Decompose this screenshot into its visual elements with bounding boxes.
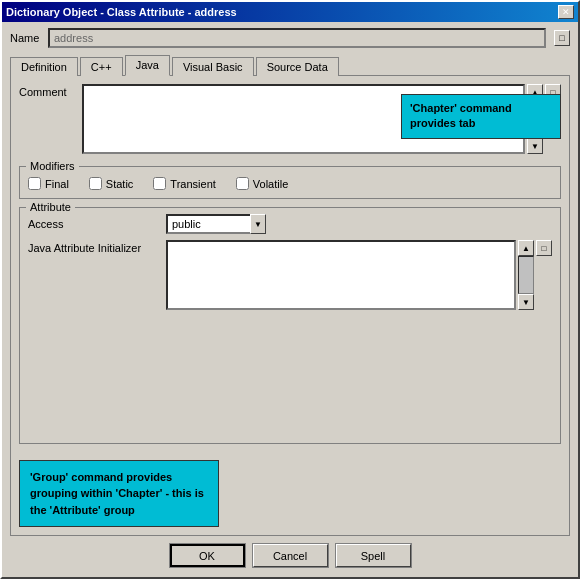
tab-sourcedata[interactable]: Source Data — [256, 57, 339, 76]
init-scroll-up-button[interactable]: ▲ — [518, 240, 534, 256]
comment-label: Comment — [19, 84, 74, 98]
final-checkbox[interactable] — [28, 177, 41, 190]
name-row: Name □ — [10, 28, 570, 48]
scroll-down-button[interactable]: ▼ — [527, 138, 543, 154]
close-button[interactable]: ✕ — [558, 5, 574, 19]
cancel-button[interactable]: Cancel — [253, 544, 328, 567]
window-content: Name □ Definition C++ Java Visual Basic … — [2, 22, 578, 577]
maximize-initializer-button[interactable]: □ — [536, 240, 552, 256]
comment-section: Comment ▲ ▼ □ 'Chapter' command provides… — [19, 84, 561, 154]
access-row: Access public private protected package … — [28, 214, 552, 234]
main-window: Dictionary Object - Class Attribute - ad… — [0, 0, 580, 579]
title-bar-buttons: ✕ — [558, 5, 574, 19]
name-input[interactable] — [48, 28, 546, 48]
chapter-tooltip-text: 'Chapter' command provides tab — [410, 102, 512, 129]
java-tab-panel: Comment ▲ ▼ □ 'Chapter' command provides… — [10, 75, 570, 536]
tab-java[interactable]: Java — [125, 55, 170, 76]
access-select-arrow[interactable]: ▼ — [250, 214, 266, 234]
final-checkbox-item[interactable]: Final — [28, 177, 69, 190]
modifiers-row: Final Static Transient Volatile — [28, 173, 552, 190]
initializer-textarea-wrapper: ▲ ▼ □ — [166, 240, 552, 310]
volatile-checkbox[interactable] — [236, 177, 249, 190]
final-label: Final — [45, 178, 69, 190]
tabs-container: Definition C++ Java Visual Basic Source … — [10, 54, 570, 75]
initializer-textarea[interactable] — [166, 240, 516, 310]
initializer-scrollbar: ▲ ▼ — [518, 240, 534, 310]
name-label: Name — [10, 32, 40, 44]
group-tooltip: 'Group' command provides grouping within… — [19, 460, 219, 528]
transient-checkbox[interactable] — [153, 177, 166, 190]
chapter-tooltip: 'Chapter' command provides tab — [401, 94, 561, 139]
access-label: Access — [28, 218, 158, 230]
tab-cpp[interactable]: C++ — [80, 57, 123, 76]
static-checkbox-item[interactable]: Static — [89, 177, 134, 190]
init-scroll-down-button[interactable]: ▼ — [518, 294, 534, 310]
window-title: Dictionary Object - Class Attribute - ad… — [6, 6, 237, 18]
static-checkbox[interactable] — [89, 177, 102, 190]
maximize-name-button[interactable]: □ — [554, 30, 570, 46]
attribute-legend: Attribute — [26, 201, 75, 213]
attribute-group: Attribute Access public private protecte… — [19, 207, 561, 444]
static-label: Static — [106, 178, 134, 190]
modifiers-legend: Modifiers — [26, 160, 79, 172]
transient-checkbox-item[interactable]: Transient — [153, 177, 215, 190]
title-bar: Dictionary Object - Class Attribute - ad… — [2, 2, 578, 22]
tab-definition[interactable]: Definition — [10, 57, 78, 76]
access-select-wrapper: public private protected package ▼ — [166, 214, 266, 234]
volatile-label: Volatile — [253, 178, 288, 190]
group-tooltip-text: 'Group' command provides grouping within… — [30, 471, 204, 516]
modifiers-group: Modifiers Final Static Transient — [19, 166, 561, 199]
initializer-label: Java Attribute Initializer — [28, 240, 158, 254]
volatile-checkbox-item[interactable]: Volatile — [236, 177, 288, 190]
init-scroll-track[interactable] — [518, 256, 534, 294]
transient-label: Transient — [170, 178, 215, 190]
spell-button[interactable]: Spell — [336, 544, 411, 567]
initializer-row: Java Attribute Initializer ▲ ▼ □ — [28, 240, 552, 310]
ok-button[interactable]: OK — [170, 544, 245, 567]
button-bar: OK Cancel Spell — [10, 536, 570, 571]
tab-visualbasic[interactable]: Visual Basic — [172, 57, 254, 76]
